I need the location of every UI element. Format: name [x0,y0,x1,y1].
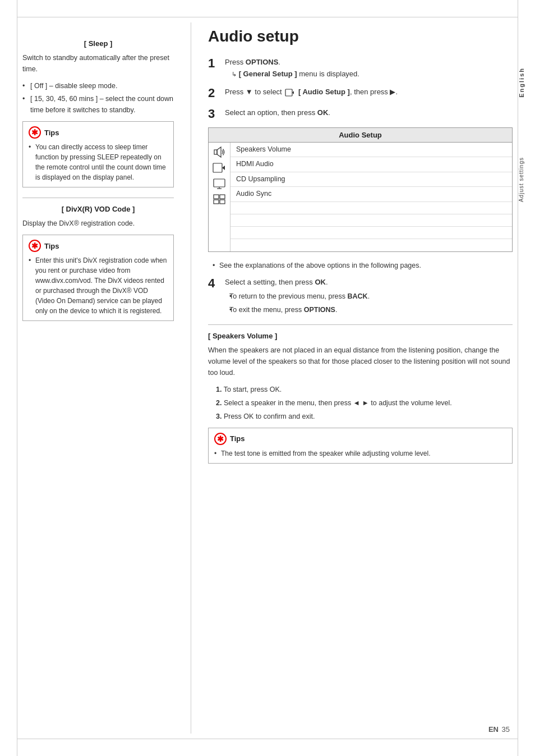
grid-menu-icon [212,192,227,207]
step-4-content: Select a setting, then press OK. To retu… [225,277,370,318]
audio-item-2: CD Upsampling [230,172,512,187]
divider-right [208,324,513,325]
tips-box-2: ✱ Tips Enter this unit's DivX registrati… [22,235,174,321]
step-3: 3 Select an option, then press OK. [208,107,513,121]
speakers-numbered-steps: 1. To start, press OK. 2. Select a speak… [216,384,513,422]
speaker-icon [212,145,227,159]
tips-header-2: ✱ Tips [29,240,168,252]
right-border [518,0,518,756]
step-1: 1 Press OPTIONS. ↳ [ General Setup ] men… [208,57,513,80]
svg-rect-0 [285,89,292,96]
step-4-number: 4 [208,277,220,290]
see-note: See the explanations of the above option… [208,260,513,271]
top-border [17,17,518,17]
disc-icon [212,161,227,175]
audio-item-blank-4 [230,239,512,251]
speakers-step-1: 1. To start, press OK. [216,384,513,395]
step-2: 2 Press ▼ to select [ Audio Setup ], the… [208,86,513,100]
speakers-heading: [ Speakers Volume ] [208,332,513,340]
audio-setup-icon [285,88,295,97]
tips-content-2: Enter this unit's DivX registration code… [29,255,168,316]
column-divider [191,22,191,734]
left-column: [ Sleep ] Switch to standby automaticall… [22,22,174,734]
audio-item-blank-3 [230,227,512,239]
step-4: 4 Select a setting, then press OK. To re… [208,277,513,318]
audio-setup-table: Audio Setup [208,127,513,252]
tips-header-3: ✱ Tips [214,433,506,445]
tips-label-1: Tips [44,129,59,137]
step-1-text: Press OPTIONS. [225,58,280,66]
svg-rect-12 [220,200,225,204]
tips-label-2: Tips [44,242,59,250]
step-1-number: 1 [208,57,220,70]
grid-icon [212,192,227,207]
svg-rect-6 [214,179,225,187]
audio-setup-items-col: Speakers Volume HDMI Audio CD Upsampling… [230,143,512,251]
svg-marker-5 [222,166,225,170]
sleep-bullet-2: [ 15, 30, 45, 60 mins ] – select the cou… [22,93,174,116]
main-content: [ Sleep ] Switch to standby automaticall… [22,22,513,734]
tips-item-2-0: Enter this unit's DivX registration code… [29,255,168,316]
svg-rect-11 [214,200,219,204]
sleep-text: Switch to standby automatically after th… [22,52,174,75]
audio-item-3: Audio Sync [230,187,512,202]
right-column: Audio setup 1 Press OPTIONS. ↳ [ General… [208,22,513,734]
step-1-content: Press OPTIONS. ↳ [ General Setup ] menu … [225,57,359,80]
adjust-settings-label: Adjust settings [518,157,535,202]
disc-menu-icon [212,161,227,175]
tips-item-1-0: You can directly access to sleep timer f… [29,142,168,182]
page-en-label: EN [488,725,499,734]
page-title: Audio setup [208,28,513,45]
step-1-sub: ↳ [ General Setup ] menu is displayed. [225,68,359,80]
audio-item-blank-2 [230,214,512,227]
screen-menu-icon [212,176,227,191]
svg-rect-2 [214,150,217,154]
step-2-number: 2 [208,86,220,100]
sleep-heading: [ Sleep ] [22,39,174,48]
tips-icon-1: ✱ [29,126,41,139]
tips-content-1: You can directly access to sleep timer f… [29,142,168,182]
screen-icon [212,176,227,191]
svg-marker-3 [217,147,221,157]
svg-rect-4 [213,163,222,172]
tips-header-1: ✱ Tips [29,126,168,139]
audio-setup-table-header: Audio Setup [209,128,512,143]
divx-text: Display the DivX® registration code. [22,218,174,229]
step-4-bullet-2: To exit the menu, press OPTIONS. [225,304,370,315]
sleep-bullets: [ Off ] – disable sleep mode. [ 15, 30, … [22,80,174,116]
divx-heading: [ DivX(R) VOD Code ] [22,205,174,213]
sleep-bullet-1: [ Off ] – disable sleep mode. [22,80,174,91]
english-label: English [518,67,535,98]
tips-box-3: ✱ Tips The test tone is emitted from the… [208,428,513,464]
tips-icon-3: ✱ [214,433,227,445]
speaker-menu-icon [212,145,227,159]
audio-item-blank-1 [230,202,512,214]
audio-setup-icons-col [209,143,230,251]
audio-item-1: HDMI Audio [230,157,512,172]
svg-rect-9 [214,195,219,199]
step-2-content: Press ▼ to select [ Audio Setup ], then … [225,86,398,98]
audio-setup-table-body: Speakers Volume HDMI Audio CD Upsampling… [209,143,512,251]
step-3-number: 3 [208,107,220,121]
tips-box-1: ✱ Tips You can directly access to sleep … [22,121,174,187]
step-3-content: Select an option, then press OK. [225,107,330,119]
tips-icon-2: ✱ [29,240,41,252]
speakers-step-3: 3. Press OK to confirm and exit. [216,411,513,422]
page-number: 35 [502,725,510,734]
audio-item-0: Speakers Volume [230,143,512,158]
divider-1 [22,198,174,198]
speakers-text: When the speakers are not placed in an e… [208,345,513,378]
tips-label-3: Tips [230,434,245,443]
svg-rect-10 [220,195,225,199]
bottom-border [17,739,518,739]
tips-content-3: The test tone is emitted from the speake… [214,448,506,459]
page: English Adjust settings [ Sleep ] Switch… [0,0,535,756]
left-border [17,0,17,756]
step-4-bullet-1: To return to the previous menu, press BA… [225,291,370,302]
tips-item-3-0: The test tone is emitted from the speake… [214,448,506,459]
speakers-step-2: 2. Select a speaker in the menu, then pr… [216,397,513,409]
